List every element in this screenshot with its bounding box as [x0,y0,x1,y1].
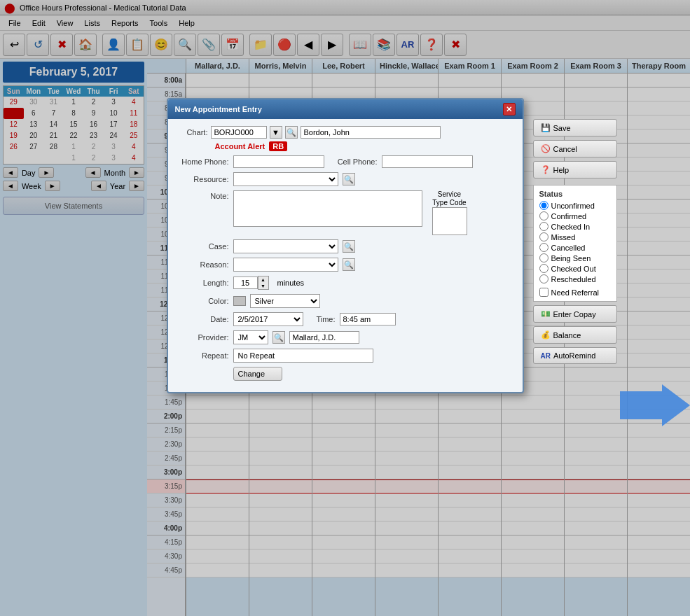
status-label-cancelled: Cancelled [551,244,586,252]
provider-label: Provider: [177,333,229,342]
status-radio-checked-in[interactable] [539,222,548,231]
length-unit: minutes [277,279,305,287]
status-cancelled: Cancelled [539,243,611,252]
provider-name-input[interactable] [289,331,359,344]
date-label: Date: [177,315,229,323]
provider-search-btn[interactable]: 🔍 [272,331,285,344]
cell-phone-label: Cell Phone: [329,158,378,166]
date-select[interactable]: 2/5/2017 [233,312,303,326]
change-row: Change [177,367,514,381]
modal-overlay: New Appointment Entry ✕ Chart: ▼ 🔍 Accou… [0,0,690,616]
cell-phone-input[interactable] [382,155,473,168]
cancel-icon: 🚫 [541,144,551,153]
status-confirmed: Confirmed [539,211,611,220]
balance-icon: 💰 [541,330,551,340]
reason-search-btn[interactable]: 🔍 [343,258,355,271]
resource-label: Resource: [177,175,229,183]
status-missed: Missed [539,232,611,241]
help-btn[interactable]: ❓ Help [533,161,617,178]
alert-row: Account Alert RB [177,141,514,151]
chart-row: Chart: ▼ 🔍 [177,126,514,139]
need-referral-checkbox[interactable] [539,288,548,297]
enter-copay-btn[interactable]: 💵 Enter Copay [533,305,617,323]
time-input[interactable] [340,313,396,326]
status-rescheduled: Rescheduled [539,274,611,284]
repeat-row: Repeat: No Repeat [177,349,514,363]
length-up-btn[interactable]: ▲ [258,276,268,283]
provider-row: Provider: JM 🔍 [177,330,514,344]
note-textarea[interactable] [233,190,422,227]
resource-select[interactable] [233,172,338,186]
need-referral-row: Need Referral [539,288,611,297]
appointment-dialog: New Appointment Entry ✕ Chart: ▼ 🔍 Accou… [167,98,524,393]
help-label: Help [553,166,570,174]
status-label-confirmed: Confirmed [551,212,587,220]
status-section: Status Unconfirmed Confirmed Checked In … [533,185,617,302]
status-radio-missed[interactable] [539,232,548,241]
status-radio-checked-out[interactable] [539,264,548,273]
color-label: Color: [177,297,229,305]
resource-row: Resource: 🔍 [177,172,514,186]
status-radio-rescheduled[interactable] [539,274,548,284]
dialog-close-btn[interactable]: ✕ [503,103,516,115]
provider-code-select[interactable]: JM [233,330,268,344]
home-phone-input[interactable] [233,155,324,168]
case-search-btn[interactable]: 🔍 [343,240,355,253]
status-radio-being-seen[interactable] [539,253,548,262]
cancel-label: Cancel [553,145,577,153]
color-swatch [233,296,246,306]
reason-row: Reason: 🔍 [177,258,514,272]
autoremind-btn[interactable]: AR AutoRemind [533,347,617,364]
dialog-titlebar: New Appointment Entry ✕ [168,99,523,119]
blue-arrow [620,384,690,428]
status-label-being-seen: Being Seen [551,254,591,262]
svg-marker-0 [620,384,690,426]
change-btn[interactable]: Change [233,367,282,381]
autoremind-label: AutoRemind [553,351,596,360]
home-phone-label: Home Phone: [177,158,229,166]
alert-badge: RB [269,141,287,151]
chart-label: Chart: [177,128,208,136]
reason-label: Reason: [177,260,229,269]
case-select[interactable] [233,239,338,253]
note-row: Note: ServiceType Code [177,190,514,235]
length-down-btn[interactable]: ▼ [258,283,268,289]
length-label: Length: [177,279,229,287]
case-row: Case: 🔍 [177,239,514,253]
status-radio-unconfirmed[interactable] [539,201,548,210]
color-select[interactable]: Silver Red Green Blue Yellow [250,294,320,308]
copay-icon: 💵 [541,309,551,318]
dialog-body: Chart: ▼ 🔍 Account Alert RB Home Phone: … [168,119,523,392]
status-label-rescheduled: Rescheduled [551,275,596,284]
help-icon: ❓ [541,165,551,174]
length-input[interactable] [233,276,258,289]
repeat-value: No Repeat [233,349,373,363]
service-type-group: ServiceType Code [432,190,467,235]
status-checked-in: Checked In [539,222,611,231]
ar-icon: AR [541,352,551,360]
color-row: Color: Silver Red Green Blue Yellow [177,294,514,308]
account-alert-text: Account Alert [215,142,265,150]
status-being-seen: Being Seen [539,253,611,262]
dialog-actions: 💾 Save 🚫 Cancel ❓ Help Status Unconfirme… [533,119,617,364]
resource-search-btn[interactable]: 🔍 [343,173,355,186]
balance-label: Balance [553,331,581,340]
patient-name-input[interactable] [301,126,441,139]
chart-input[interactable] [211,126,267,139]
length-spinner-btns: ▲ ▼ [258,276,269,290]
status-radio-confirmed[interactable] [539,211,548,220]
note-label: Note: [177,190,229,200]
status-label-unconfirmed: Unconfirmed [551,202,595,210]
save-btn[interactable]: 💾 Save [533,119,617,136]
balance-btn[interactable]: 💰 Balance [533,326,617,344]
repeat-label: Repeat: [177,351,229,360]
chart-search-btn[interactable]: 🔍 [285,126,298,139]
reason-select[interactable] [233,258,338,272]
service-code-input[interactable] [432,207,467,235]
status-radio-cancelled[interactable] [539,243,548,252]
chart-dropdown-btn[interactable]: ▼ [270,126,282,139]
status-label-checked-in: Checked In [551,223,591,231]
dialog-title: New Appointment Entry [175,105,262,113]
datetime-row: Date: 2/5/2017 Time: [177,312,514,326]
cancel-btn[interactable]: 🚫 Cancel [533,140,617,158]
